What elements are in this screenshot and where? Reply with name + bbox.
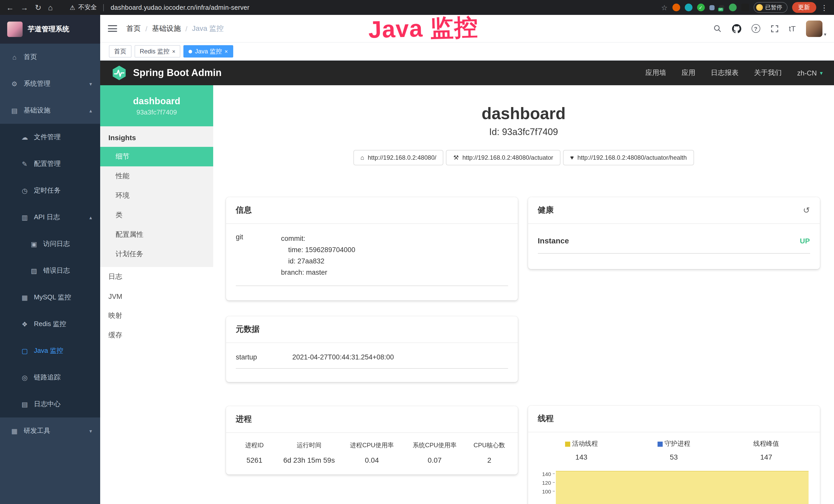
address-bar[interactable]: dashboard.yudao.iocoder.cn/infra/admin-s… — [111, 4, 250, 11]
help-icon[interactable]: ? — [751, 24, 760, 33]
site-security[interactable]: ⚠ 不安全 — [70, 3, 97, 12]
sba-item-details[interactable]: 细节 — [100, 147, 213, 166]
chart-y-axis: 140 120 100 — [535, 469, 555, 504]
sidebar-item-error-log[interactable]: ▨ 错误日志 — [0, 257, 100, 284]
back-icon[interactable]: ← — [6, 4, 14, 11]
bookmark-star-icon[interactable]: ☆ — [661, 3, 667, 12]
service-url-button[interactable]: ⌂ http://192.168.0.2:48080/ — [353, 150, 443, 165]
sidebar-item-infra[interactable]: ▤ 基础设施 ▴ — [0, 97, 100, 124]
sba-item-logs[interactable]: 日志 — [100, 267, 213, 287]
search-icon[interactable] — [713, 24, 722, 33]
sba-item-configprops[interactable]: 配置属性 — [100, 225, 213, 245]
sba-item-classes[interactable]: 类 — [100, 205, 213, 225]
font-size-icon[interactable]: tT — [789, 24, 796, 33]
sba-nav-about[interactable]: 关于我们 — [754, 68, 782, 77]
sidebar-item-label: 链路追踪 — [34, 373, 61, 382]
extension-icon-grid[interactable] — [709, 5, 714, 10]
threads-card-title: 线程 — [528, 406, 820, 432]
chevron-down-icon: ▾ — [89, 81, 92, 87]
sba-item-metrics[interactable]: 性能 — [100, 166, 213, 186]
sidebar-item-home[interactable]: ⌂ 首页 — [0, 44, 100, 70]
sba-item-mappings[interactable]: 映射 — [100, 306, 213, 325]
sba-item-jvm[interactable]: JVM — [100, 287, 213, 306]
legend-peak-threads: 线程峰值 147 — [720, 439, 812, 461]
actuator-url-button[interactable]: ⚒ http://192.168.0.2:48080/actuator — [446, 150, 561, 165]
tab-label: Redis 监控 — [140, 47, 170, 56]
health-url-button[interactable]: ♥ http://192.168.0.2:48080/actuator/heal… — [563, 150, 694, 165]
git-branch: branch: master — [281, 267, 355, 278]
service-url: http://192.168.0.2:48080/ — [368, 154, 436, 161]
extension-icon-switch[interactable]: on — [719, 5, 724, 10]
profile-avatar — [756, 4, 763, 11]
sidebar-item-label: API 日志 — [34, 212, 60, 222]
log-icon: ▣ — [30, 240, 38, 248]
forward-icon[interactable]: → — [21, 4, 28, 11]
sidebar-item-config[interactable]: ✎ 配置管理 — [0, 151, 100, 177]
locale-selector[interactable]: zh-CN ▾ — [797, 69, 823, 77]
extension-icon-leaf[interactable] — [729, 4, 737, 11]
sidebar-item-mysql[interactable]: ▦ MySQL 监控 — [0, 284, 100, 311]
sidebar-item-redis[interactable]: ❖ Redis 监控 — [0, 311, 100, 337]
redis-icon: ❖ — [21, 320, 29, 328]
process-pid: 5261 — [231, 456, 278, 464]
browser-menu-icon[interactable]: ⋮ — [821, 3, 828, 12]
close-icon[interactable]: × — [224, 48, 228, 54]
sidebar-item-devtools[interactable]: ▦ 研发工具 ▾ — [0, 417, 100, 444]
github-icon[interactable] — [732, 24, 741, 33]
close-icon[interactable]: × — [172, 48, 175, 54]
update-button[interactable]: 更新 — [792, 2, 816, 13]
monitor-icon: ▤ — [10, 107, 19, 114]
sidebar-item-system[interactable]: ⚙ 系统管理 ▾ — [0, 70, 100, 97]
chevron-down-icon: ▾ — [820, 70, 823, 76]
extension-icon-drop[interactable] — [684, 4, 692, 11]
actuator-url: http://192.168.0.2:48080/actuator — [462, 154, 553, 161]
sidebar-menu: ⌂ 首页 ⚙ 系统管理 ▾ ▤ 基础设施 ▴ ☁ 文件管理 — [0, 44, 100, 444]
sba-brand[interactable]: Spring Boot Admin — [133, 67, 222, 78]
threads-legend: 活动线程 143 守护进程 — [535, 439, 813, 461]
breadcrumb-infra[interactable]: 基础设施 — [152, 24, 181, 33]
history-icon[interactable]: ↺ — [803, 205, 810, 215]
sba-instance-header[interactable]: dashboard 93a3fc7f7409 — [100, 85, 213, 126]
sba-nav-journal[interactable]: 日志报表 — [711, 68, 739, 77]
sba-item-environment[interactable]: 环境 — [100, 186, 213, 205]
metadata-card: 元数据 startup 2021-04-27T00:44:31.254+08:0… — [226, 316, 518, 382]
column-header: 系统CPU使用率 — [403, 441, 466, 450]
sba-item-caches[interactable]: 缓存 — [100, 325, 213, 345]
instance-id: 93a3fc7f7409 — [136, 108, 177, 116]
sidebar-item-access-log[interactable]: ▣ 访问日志 — [0, 231, 100, 257]
sidebar-item-label: 文件管理 — [34, 133, 61, 142]
extension-icon-check[interactable]: ✓ — [697, 4, 705, 11]
sidebar-item-log-center[interactable]: ▤ 日志中心 — [0, 391, 100, 417]
sidebar-item-api-logs[interactable]: ▥ API 日志 ▴ — [0, 204, 100, 231]
sba-nav-wallboard[interactable]: 应用墙 — [645, 68, 666, 77]
screen: ← → ↻ ⌂ ⚠ 不安全 dashboard.yudao.iocoder.cn… — [0, 0, 834, 504]
sidebar-item-java-monitor[interactable]: ▢ Java 监控 — [0, 337, 100, 364]
legend-value: 53 — [628, 453, 720, 461]
sidebar-item-files[interactable]: ☁ 文件管理 — [0, 124, 100, 151]
tab-java-monitor[interactable]: Java 监控 × — [184, 45, 233, 58]
instance-label: Instance — [538, 236, 569, 245]
breadcrumb-home[interactable]: 首页 — [126, 24, 141, 33]
reload-icon[interactable]: ↻ — [35, 4, 41, 11]
profile-paused-chip[interactable]: 已暂停 — [753, 2, 787, 13]
chart-plot-area — [555, 469, 813, 504]
sidebar-item-label: 首页 — [24, 52, 37, 62]
tab-redis-monitor[interactable]: Redis 监控 × — [135, 45, 180, 58]
page-subtitle: Id: 93a3fc7f7409 — [213, 127, 834, 138]
home-icon[interactable]: ⌂ — [48, 4, 53, 11]
home-icon: ⌂ — [360, 154, 364, 161]
column-header: 进程ID — [231, 441, 278, 450]
sidebar-item-jobs[interactable]: ◷ 定时任务 — [0, 177, 100, 204]
fullscreen-icon[interactable] — [770, 24, 778, 32]
sba-item-scheduled-tasks[interactable]: 计划任务 — [100, 245, 213, 264]
git-commit: commit: — [281, 233, 355, 245]
hamburger-icon[interactable] — [108, 25, 117, 32]
extension-icon-fox[interactable] — [672, 4, 680, 11]
info-card-title: 信息 — [226, 197, 518, 224]
tab-home[interactable]: 首页 — [109, 45, 132, 58]
sidebar-item-tracing[interactable]: ◎ 链路追踪 — [0, 364, 100, 391]
breadcrumb: 首页 / 基础设施 / Java 监控 — [126, 24, 224, 33]
user-menu[interactable]: ▾ — [806, 20, 826, 37]
sba-nav-applications[interactable]: 应用 — [681, 68, 695, 77]
extension-icon-pin[interactable] — [741, 4, 749, 11]
